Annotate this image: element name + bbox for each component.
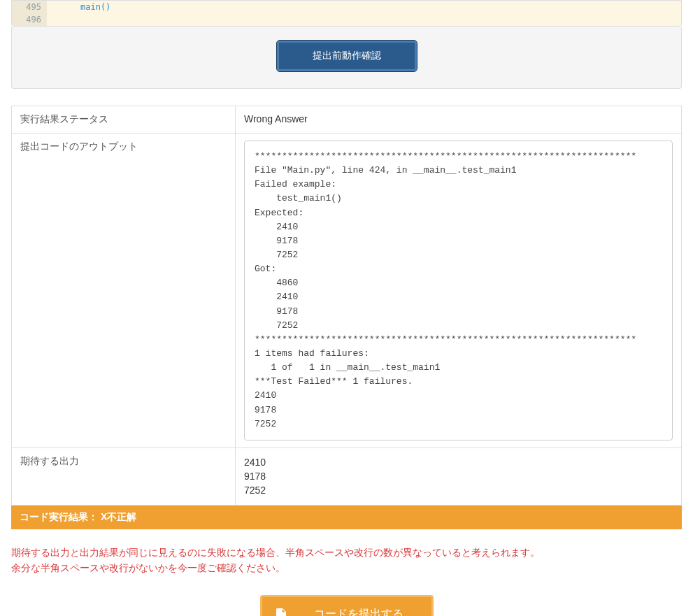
result-banner: コード実行結果： X不正解: [11, 506, 682, 529]
output-box[interactable]: ****************************************…: [244, 141, 673, 440]
warning-line-1: 期待する出力と出力結果が同じに見えるのに失敗になる場合、半角スペースや改行の数が…: [11, 545, 682, 560]
confirm-button-row: 提出前動作確認: [11, 27, 682, 89]
table-row: 提出コードのアウトプット ***************************…: [12, 134, 682, 448]
table-row: 期待する出力 2410 9178 7252: [12, 447, 682, 505]
expected-label: 期待する出力: [12, 447, 236, 505]
submit-button-label: コードを提出する: [314, 607, 403, 616]
status-label: 実行結果ステータス: [12, 106, 236, 134]
status-value: Wrong Answer: [236, 106, 682, 134]
expected-cell: 2410 9178 7252: [236, 447, 682, 505]
submit-row: コードを提出する: [11, 595, 682, 616]
result-table: 実行結果ステータス Wrong Answer 提出コードのアウトプット ****…: [11, 106, 682, 506]
output-label: 提出コードのアウトプット: [12, 134, 236, 448]
file-icon: [276, 608, 286, 616]
code-content[interactable]: main(): [47, 1, 116, 26]
submit-code-button[interactable]: コードを提出する: [260, 595, 434, 616]
output-cell: ****************************************…: [236, 134, 682, 448]
pre-submit-confirm-button[interactable]: 提出前動作確認: [277, 41, 417, 71]
table-row: 実行結果ステータス Wrong Answer: [12, 106, 682, 134]
code-editor-area: 495496 main(): [11, 0, 682, 27]
banner-result: 不正解: [107, 511, 136, 522]
banner-prefix: コード実行結果： X: [20, 511, 107, 522]
line-number-gutter: 495496: [12, 1, 47, 26]
warning-line-2: 余分な半角スペースや改行がないかを今一度ご確認ください。: [11, 560, 682, 575]
expected-output: 2410 9178 7252: [244, 455, 673, 498]
warning-text: 期待する出力と出力結果が同じに見えるのに失敗になる場合、半角スペースや改行の数が…: [11, 545, 682, 576]
